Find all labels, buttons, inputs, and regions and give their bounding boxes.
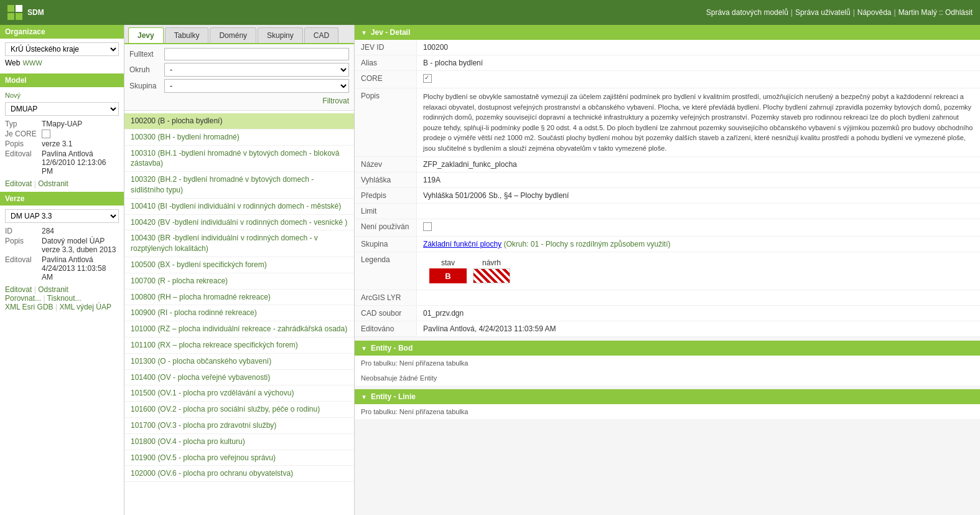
filtrovat-link[interactable]: Filtrovat bbox=[322, 97, 349, 105]
list-item-101000[interactable]: 101000 (RZ – plocha individuální rekreac… bbox=[124, 321, 354, 338]
okruh-select[interactable]: - bbox=[164, 63, 349, 77]
jev-detail-arrow: ▼ bbox=[361, 29, 367, 36]
model-popis-row: Popis verze 3.1 bbox=[5, 139, 119, 148]
entity-bod-header: ▼ Entity - Bod bbox=[355, 341, 980, 356]
legend-navrh: návrh bbox=[473, 258, 510, 283]
entity-bod-section: Pro tabulku: Není přiřazena tabulka Neob… bbox=[355, 356, 980, 385]
list-item-100430[interactable]: 100430 (BR -bydlení individuální v rodin… bbox=[124, 230, 354, 257]
model-odstranit-link[interactable]: Odstranit bbox=[38, 179, 68, 188]
verze-edit-links: Editovat | Odstranit Porovnat... | Tiskn… bbox=[5, 285, 119, 311]
jev-detail-title: Jev - Detail bbox=[371, 28, 410, 37]
entity-linie-arrow: ▼ bbox=[361, 394, 367, 400]
verze-content: DM UAP 3.3 ID 284 Popis Datový model ÚAP… bbox=[0, 206, 124, 315]
neni-pouzivan-row: Není používán bbox=[355, 219, 980, 237]
filter-area: Fulltext Okruh - Skupina - Filtrovat bbox=[124, 44, 354, 111]
okruh-row: Okruh - bbox=[129, 63, 349, 77]
verze-xml-esri-link[interactable]: XML Esri GDB bbox=[5, 303, 54, 311]
nav-links: Správa datových modelů | Správa uživatel… bbox=[706, 8, 973, 17]
nav-napoveda[interactable]: Nápověda bbox=[857, 8, 892, 17]
skupina-link[interactable]: Základní funkční plochy bbox=[423, 240, 502, 248]
nav-sprava-modelu[interactable]: Správa datových modelů bbox=[706, 8, 788, 17]
list-item-101500[interactable]: 101500 (OV.1 - plocha pro vzdělávání a v… bbox=[124, 385, 354, 402]
skupina-select[interactable]: - bbox=[164, 79, 349, 93]
list-item-100320[interactable]: 100320 (BH.2 - bydlení hromadné v bytový… bbox=[124, 172, 354, 199]
list-item-100310[interactable]: 100310 (BH.1 -bydlení hromadné v bytovýc… bbox=[124, 146, 354, 172]
verze-tisknout-link[interactable]: Tisknout... bbox=[47, 294, 82, 303]
logo-grid bbox=[7, 5, 22, 20]
verze-editoval-row: Editoval Pavlína Antlová4/24/2013 11:03:… bbox=[5, 255, 119, 281]
fulltext-label: Fulltext bbox=[129, 50, 162, 59]
model-new-link[interactable]: Nový bbox=[5, 92, 21, 99]
entity-linie-title: Entity - Linie bbox=[371, 392, 416, 401]
list-item-100200[interactable]: 100200 (B - plocha bydlení) bbox=[124, 113, 354, 130]
legenda-row: Legenda stav B návrh bbox=[355, 252, 980, 290]
list-item-100900[interactable]: 100900 (RI - plocha rodinné rekreace) bbox=[124, 305, 354, 321]
list-item-101300[interactable]: 101300 (O - plocha občanského vybavení) bbox=[124, 354, 354, 370]
verze-select[interactable]: DM UAP 3.3 bbox=[5, 209, 119, 223]
arcgis-lyr-row: ArcGIS LYR bbox=[355, 290, 980, 306]
tab-bar: Jevy Tabulky Domény Skupiny CAD bbox=[124, 25, 354, 44]
filtrovat-btn-row: Filtrovat bbox=[129, 95, 349, 106]
verze-porovnat-link[interactable]: Porovnat... bbox=[5, 294, 41, 303]
legend-stav-label: stav bbox=[441, 258, 455, 267]
web-row: Web WWW bbox=[5, 59, 119, 67]
list-item-100420[interactable]: 100420 (BV -bydlení individuální v rodin… bbox=[124, 215, 354, 231]
alias-row: Alias B - plocha bydlení bbox=[355, 55, 980, 71]
limit-row: Limit bbox=[355, 204, 980, 219]
list-item-100500[interactable]: 100500 (BX - bydlení specifických forem) bbox=[124, 257, 354, 273]
main-layout: Organizace KrÚ Ústeckého kraje Web WWW M… bbox=[0, 25, 980, 515]
list-item-101400[interactable]: 101400 (OV - plocha veřejné vybavenosti) bbox=[124, 370, 354, 386]
legend-stav-box: B bbox=[429, 268, 467, 283]
list-item-100300[interactable]: 100300 (BH - bydlení hromadné) bbox=[124, 130, 354, 146]
verze-odstranit-link[interactable]: Odstranit bbox=[38, 285, 68, 294]
organizace-content: KrÚ Ústeckého kraje Web WWW bbox=[0, 39, 124, 73]
nav-user[interactable]: Martin Malý :: Odhlásit bbox=[898, 8, 973, 17]
list-item-101600[interactable]: 101600 (OV.2 - plocha pro sociální služb… bbox=[124, 402, 354, 418]
organizace-select[interactable]: KrÚ Ústeckého kraje bbox=[5, 42, 119, 56]
tab-tabulky[interactable]: Tabulky bbox=[165, 27, 209, 43]
editovano-row: Editováno Pavlína Antlová, 4/24/2013 11:… bbox=[355, 321, 980, 337]
legend-stav: stav B bbox=[429, 258, 467, 283]
list-item-100700[interactable]: 100700 (R - plocha rekreace) bbox=[124, 273, 354, 290]
model-core-row: Je CORE bbox=[5, 130, 119, 138]
entity-bod-neobsahuje: Neobsahuje žádné Entity bbox=[355, 371, 980, 385]
jev-id-row: JEV ID 100200 bbox=[355, 40, 980, 55]
list-item-101800[interactable]: 101800 (OV.4 - plocha pro kulturu) bbox=[124, 434, 354, 450]
verze-editovat-link[interactable]: Editovat bbox=[5, 285, 32, 294]
list-item-101100[interactable]: 101100 (RX – plocha rekreace specifickýc… bbox=[124, 338, 354, 354]
list-item-101900[interactable]: 101900 (OV.5 - plocha pro veřejnou správ… bbox=[124, 450, 354, 466]
model-content: Nový DMUAP Typ TMapy-UAP Je CORE Popis v… bbox=[0, 87, 124, 192]
list-item-100410[interactable]: 100410 (BI -bydlení individuální v rodin… bbox=[124, 199, 354, 215]
tab-cad[interactable]: CAD bbox=[304, 27, 338, 43]
organizace-title: Organizace bbox=[0, 25, 124, 39]
skupina-row-detail: Skupina Základní funkční plochy (Okruh: … bbox=[355, 237, 980, 252]
tab-domeny[interactable]: Domény bbox=[210, 27, 256, 43]
nav-sprava-uzivatelu[interactable]: Správa uživatelů bbox=[795, 8, 851, 17]
list-item-101700[interactable]: 101700 (OV.3 - plocha pro zdravotní služ… bbox=[124, 418, 354, 434]
logo: SDM bbox=[7, 5, 44, 20]
tab-jevy[interactable]: Jevy bbox=[128, 27, 164, 43]
legend-area: stav B návrh bbox=[423, 255, 974, 286]
verze-title: Verze bbox=[0, 192, 124, 206]
app-title: SDM bbox=[27, 8, 44, 17]
detail-panel: ▼ Jev - Detail JEV ID 100200 Alias B - p… bbox=[355, 25, 980, 515]
model-select[interactable]: DMUAP bbox=[5, 102, 119, 116]
list-item-100800[interactable]: 100800 (RH – plocha hromadné rekreace) bbox=[124, 290, 354, 306]
fulltext-input[interactable] bbox=[164, 48, 349, 60]
web-link[interactable]: WWW bbox=[22, 59, 42, 67]
top-nav: SDM Správa datových modelů | Správa uživ… bbox=[0, 0, 980, 25]
skupina-label: Skupina bbox=[129, 82, 162, 90]
tab-skupiny[interactable]: Skupiny bbox=[258, 27, 303, 43]
core-checkbox[interactable] bbox=[423, 74, 432, 83]
fulltext-row: Fulltext bbox=[129, 48, 349, 60]
verze-xml-vydej-link[interactable]: XML výdej ÚAP bbox=[59, 303, 111, 311]
model-core-checkbox[interactable] bbox=[42, 130, 50, 138]
entity-linie-section: Pro tabulku: Není přiřazena tabulka bbox=[355, 404, 980, 419]
neni-pouzivan-checkbox[interactable] bbox=[423, 222, 432, 231]
legend-navrh-label: návrh bbox=[482, 258, 501, 267]
model-title: Model bbox=[0, 73, 124, 87]
skupina-row: Skupina - bbox=[129, 79, 349, 93]
list-item-102000[interactable]: 102000 (OV.6 - plocha pro ochranu obyvat… bbox=[124, 466, 354, 482]
model-edit-links: Editovat | Odstranit bbox=[5, 179, 119, 188]
model-editovat-link[interactable]: Editovat bbox=[5, 179, 32, 188]
